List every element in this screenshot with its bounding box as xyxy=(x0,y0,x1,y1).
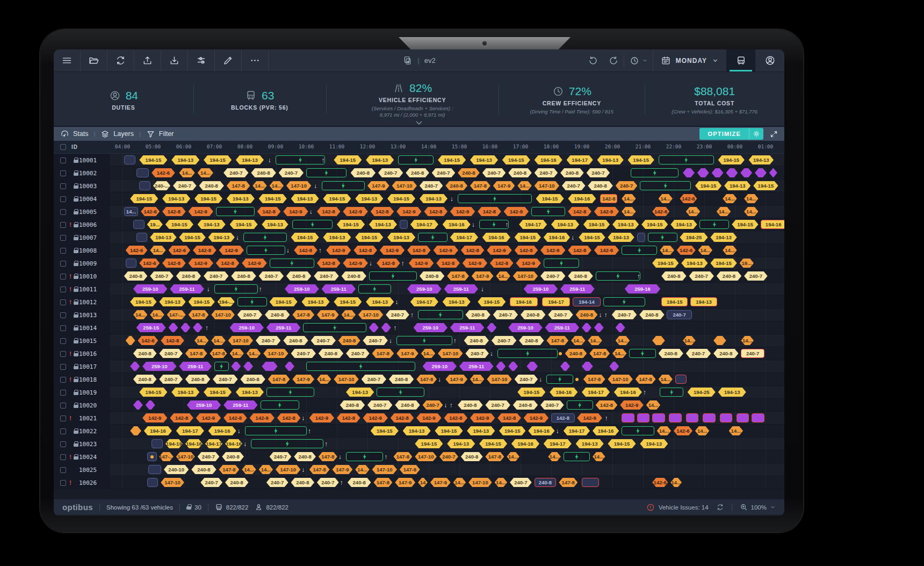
trip-block[interactable] xyxy=(726,168,738,177)
trip-block[interactable]: 142-9 xyxy=(363,413,387,422)
trip-block[interactable]: 142-6 xyxy=(126,246,148,255)
depot-block[interactable] xyxy=(136,233,148,242)
trip-block[interactable]: 194-15 xyxy=(732,220,758,229)
trip-block[interactable] xyxy=(262,362,277,371)
row-checkbox[interactable] xyxy=(60,325,66,331)
trip-block[interactable] xyxy=(769,168,777,177)
trip-block[interactable]: 147-... xyxy=(159,452,174,461)
row-checkbox[interactable] xyxy=(60,235,66,241)
trip-block[interactable] xyxy=(752,413,764,422)
charging-block[interactable] xyxy=(479,220,509,229)
depot-block[interactable] xyxy=(136,168,149,177)
trip-block[interactable]: 14... xyxy=(741,336,754,345)
vehicle-row[interactable]: 10017259-10259-11259-10259-11 xyxy=(54,360,784,373)
trip-block[interactable]: 194-16 xyxy=(544,233,570,242)
row-checkbox[interactable] xyxy=(60,428,66,434)
trip-block[interactable]: 142-9 xyxy=(504,207,529,216)
trip-block[interactable]: 142-8 xyxy=(277,413,301,422)
trip-block[interactable] xyxy=(720,413,733,422)
trip-block[interactable]: 142-9 xyxy=(516,259,540,268)
trip-block[interactable]: 240-8 xyxy=(519,336,544,345)
optimize-button[interactable]: OPTIMIZE xyxy=(699,128,763,140)
trip-block[interactable]: 240-8 xyxy=(717,271,741,281)
vehicle-row[interactable]: 10014259-15↑259-10259-11↑259-10259-11259… xyxy=(54,321,784,334)
trip-block[interactable]: 240-8 xyxy=(661,271,686,281)
trip-block[interactable]: 240-8 xyxy=(513,400,538,410)
trip-block[interactable]: 194-13 xyxy=(236,155,264,164)
trip-block[interactable]: 240-7 xyxy=(173,181,197,190)
fullscreen-button[interactable] xyxy=(770,130,778,138)
tab-account[interactable] xyxy=(755,49,784,71)
trip-block[interactable]: 14... xyxy=(717,207,731,216)
vehicle-row[interactable]: !1000619...194-15194-13194-15194-13194-1… xyxy=(54,218,784,231)
trip-block[interactable]: 240-7 xyxy=(159,375,183,384)
trip-block[interactable]: 240-7 xyxy=(223,168,248,177)
trip-block[interactable]: 14... xyxy=(744,207,759,216)
depot-block[interactable] xyxy=(126,259,137,268)
trip-block[interactable]: 240-7 xyxy=(363,336,387,345)
trip-block[interactable]: 240-8 xyxy=(713,349,738,358)
trip-block[interactable]: 240-8 xyxy=(222,452,244,461)
trip-block[interactable]: 14... xyxy=(507,452,519,461)
trip-block[interactable]: 147-10 xyxy=(161,478,184,487)
trip-block[interactable]: 194-15 xyxy=(515,233,541,242)
trip-block[interactable]: 194-13 xyxy=(470,155,498,164)
trip-block[interactable]: 147-8 xyxy=(227,181,250,190)
trip-block[interactable]: 142-6 xyxy=(151,168,175,177)
charging-block[interactable] xyxy=(214,284,258,293)
vehicle-row[interactable]: 10015142-6142-814...14...147-10240-7240-… xyxy=(54,334,784,347)
charging-block[interactable] xyxy=(243,233,287,242)
trip-block[interactable]: 194-13 xyxy=(346,388,374,397)
vehicle-issues[interactable]: Vehicle Issues: 14 xyxy=(646,503,709,512)
vehicle-row[interactable]: 10019194-15194-13194-15194-13194-13194-1… xyxy=(54,386,784,399)
trip-block[interactable]: 147-9 xyxy=(367,181,389,190)
trip-block[interactable]: 142-9 xyxy=(450,207,475,216)
trip-block[interactable] xyxy=(594,323,604,332)
trip-block[interactable]: 14... xyxy=(453,478,466,487)
trip-block[interactable]: 147-9 xyxy=(430,478,451,487)
trip-block[interactable]: 14... xyxy=(470,375,485,384)
trip-block[interactable]: 240-8 xyxy=(133,375,157,384)
trip-block[interactable]: 240-8 xyxy=(291,478,315,487)
charging-block[interactable] xyxy=(546,375,573,384)
trip-block[interactable]: 240-7 xyxy=(485,400,510,410)
trip-block[interactable] xyxy=(622,413,634,422)
trip-block[interactable]: 240-8 xyxy=(191,465,216,474)
vehicle-row[interactable]: !10021142-9142-8142-9142-8142-9142-8↓142… xyxy=(54,412,784,425)
trip-block[interactable]: 240-8 xyxy=(176,271,201,281)
vehicle-row[interactable]: !10026147-10240-7240-8240-7240-8240-7↑24… xyxy=(54,476,784,489)
trip-block[interactable]: 14... xyxy=(517,181,532,190)
trip-block[interactable]: 14... xyxy=(571,336,586,345)
trip-block[interactable]: 147-9 xyxy=(445,375,467,384)
row-checkbox[interactable] xyxy=(60,338,66,344)
tab-vehicles[interactable] xyxy=(726,49,755,71)
charging-block[interactable] xyxy=(306,168,346,177)
vehicle-row[interactable]: 10022194-16194-17194-16↓↑194-15194-13194… xyxy=(54,425,784,438)
trip-block[interactable]: 194-16 xyxy=(761,220,784,229)
trip-block[interactable] xyxy=(146,400,155,410)
trip-block[interactable]: 14... xyxy=(622,207,636,216)
vehicle-row[interactable]: !10012194-15194-13194-15194-...194-15194… xyxy=(54,296,784,309)
trip-block[interactable]: 194-... xyxy=(218,297,235,306)
trip-block[interactable]: 194-13 xyxy=(420,194,447,203)
trip-block[interactable]: 147-8 xyxy=(185,349,207,358)
trip-block[interactable]: 147-10 xyxy=(535,181,559,190)
trip-block[interactable]: 142-8 xyxy=(170,413,193,422)
trip-block[interactable]: 147-... xyxy=(167,310,186,319)
trip-block[interactable]: 142-9 xyxy=(594,246,619,255)
trip-block[interactable]: 14... xyxy=(683,336,696,345)
trip-block[interactable]: 14... xyxy=(588,336,602,345)
trip-block[interactable]: 147-9 xyxy=(395,478,415,487)
charging-block[interactable] xyxy=(396,336,452,345)
trip-block[interactable] xyxy=(637,413,650,422)
row-checkbox[interactable] xyxy=(60,157,66,163)
trip-block[interactable]: 147-9 xyxy=(396,349,418,358)
trip-block[interactable]: 142-8 xyxy=(257,207,281,216)
trip-block[interactable]: 240-7 xyxy=(515,375,538,384)
charging-block[interactable] xyxy=(622,426,654,435)
trip-block[interactable] xyxy=(712,168,724,177)
trip-block[interactable]: 259-11 xyxy=(179,362,212,371)
stats-toggle[interactable]: Stats xyxy=(60,130,89,139)
vehicle-row[interactable]: 10023194-19194-16194-17194-16↓↑194-15194… xyxy=(54,438,784,450)
row-checkbox[interactable] xyxy=(60,403,66,409)
